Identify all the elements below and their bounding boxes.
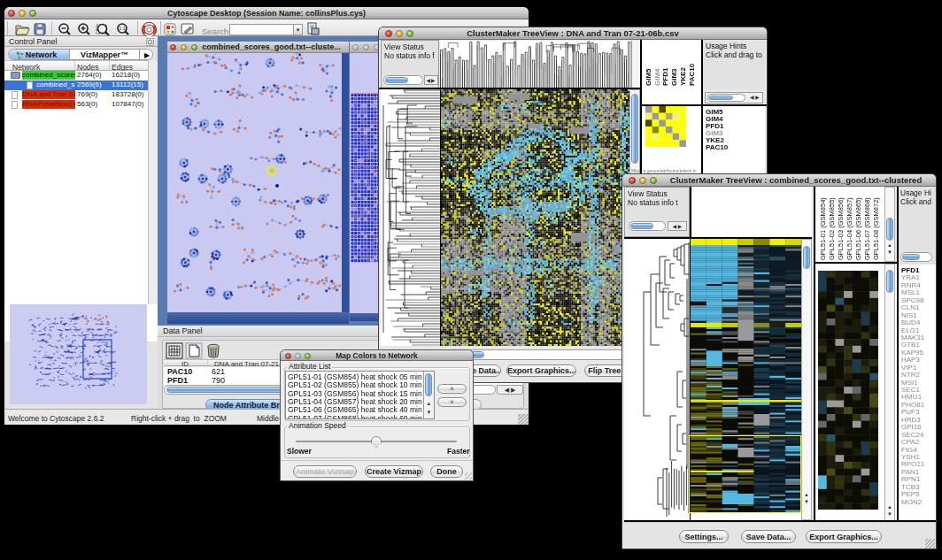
svg-text:1:1: 1:1 <box>119 26 126 31</box>
